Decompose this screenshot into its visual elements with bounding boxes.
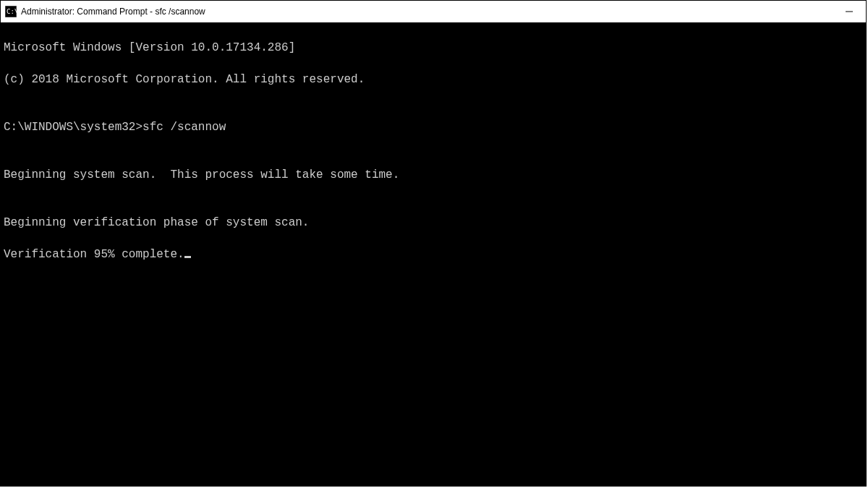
terminal-prompt-line: C:\WINDOWS\system32>sfc /scannow	[4, 119, 863, 135]
cursor	[184, 256, 191, 258]
minimize-button[interactable]	[833, 1, 866, 22]
window-controls	[833, 1, 866, 22]
titlebar[interactable]: C:\ Administrator: Command Prompt - sfc …	[1, 1, 866, 22]
terminal-line: Microsoft Windows [Version 10.0.17134.28…	[4, 40, 863, 56]
terminal-line: Beginning verification phase of system s…	[4, 215, 863, 231]
terminal-line: Beginning system scan. This process will…	[4, 167, 863, 183]
svg-text:C:\: C:\	[7, 8, 17, 15]
command-prompt-window: C:\ Administrator: Command Prompt - sfc …	[0, 0, 867, 487]
terminal-line: (c) 2018 Microsoft Corporation. All righ…	[4, 72, 863, 87]
progress-text: Verification 95% complete.	[4, 248, 184, 261]
terminal-progress-line: Verification 95% complete.	[4, 247, 863, 262]
terminal-output[interactable]: Microsoft Windows [Version 10.0.17134.28…	[1, 22, 866, 486]
window-title: Administrator: Command Prompt - sfc /sca…	[21, 7, 833, 17]
command-prompt-icon: C:\	[5, 6, 17, 17]
